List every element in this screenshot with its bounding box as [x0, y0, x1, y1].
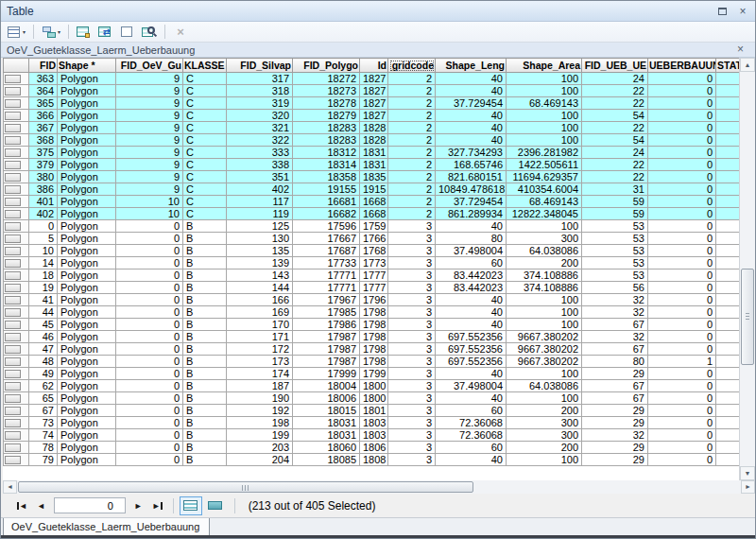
table-cell[interactable]: 0	[648, 343, 716, 356]
table-cell[interactable]: 2	[388, 73, 436, 85]
table-cell[interactable]: 173	[227, 356, 293, 368]
table-cell[interactable]	[716, 454, 740, 466]
table-cell[interactable]: Polygon	[58, 171, 116, 183]
table-cell[interactable]: 1773	[360, 257, 388, 270]
table-cell[interactable]: C	[183, 208, 227, 220]
row-selector[interactable]	[4, 405, 29, 417]
table-cell[interactable]: 2	[388, 196, 436, 208]
table-cell[interactable]: 1831	[360, 159, 388, 171]
table-cell[interactable]: 364	[29, 85, 58, 97]
table-cell[interactable]: 1803	[360, 417, 388, 429]
row-selector[interactable]	[4, 257, 29, 270]
table-cell[interactable]: 9	[116, 147, 183, 159]
table-cell[interactable]: Polygon	[58, 159, 116, 171]
table-cell[interactable]: 401	[29, 196, 58, 208]
clear-selection-button[interactable]	[118, 24, 137, 41]
table-cell[interactable]: 9	[116, 97, 183, 110]
table-cell[interactable]	[716, 171, 740, 183]
row-selector[interactable]	[4, 73, 29, 85]
table-cell[interactable]: 300	[507, 417, 582, 429]
column-header-fid[interactable]: FID	[29, 59, 58, 73]
table-cell[interactable]: 18085	[293, 454, 360, 466]
row-selector[interactable]	[4, 417, 29, 429]
table-cell[interactable]: 0	[116, 429, 183, 442]
row-selector-button[interactable]	[5, 333, 21, 341]
table-cell[interactable]	[716, 356, 740, 368]
table-cell[interactable]: 402	[29, 208, 58, 220]
table-cell[interactable]: 2	[388, 183, 436, 196]
table-cell[interactable]: 117	[227, 196, 293, 208]
table-cell[interactable]: 22	[582, 171, 648, 183]
table-cell[interactable]: 40	[436, 392, 507, 405]
table-cell[interactable]: 0	[648, 429, 716, 442]
table-cell[interactable]: 18	[29, 270, 58, 282]
table-cell[interactable]: 1828	[360, 122, 388, 134]
horizontal-scrollbar[interactable]: ◄ ►	[3, 480, 755, 494]
table-cell[interactable]: 1828	[360, 134, 388, 147]
table-cell[interactable]: Polygon	[58, 282, 116, 294]
table-cell[interactable]: 1801	[360, 405, 388, 417]
table-cell[interactable]	[716, 183, 740, 196]
row-selector[interactable]	[4, 220, 29, 233]
table-cell[interactable]: 67	[29, 405, 58, 417]
table-cell[interactable]: C	[183, 110, 227, 122]
table-cell[interactable]: 3	[388, 380, 436, 392]
table-cell[interactable]: B	[183, 319, 227, 331]
table-cell[interactable]: Polygon	[58, 442, 116, 454]
table-cell[interactable]	[716, 380, 740, 392]
table-cell[interactable]: 16682	[293, 208, 360, 220]
table-cell[interactable]: 2	[388, 85, 436, 97]
row-selector[interactable]	[4, 356, 29, 368]
row-selector[interactable]	[4, 159, 29, 171]
table-cell[interactable]: 24	[582, 147, 648, 159]
table-cell[interactable]: 410354.6004	[507, 183, 582, 196]
table-cell[interactable]: 2	[388, 134, 436, 147]
table-cell[interactable]: 68.469143	[507, 97, 582, 110]
table-cell[interactable]: Polygon	[58, 147, 116, 159]
table-cell[interactable]: 9	[116, 134, 183, 147]
table-cell[interactable]: 0	[648, 233, 716, 245]
table-cell[interactable]: 37.729454	[436, 196, 507, 208]
table-cell[interactable]: 18060	[293, 442, 360, 454]
table-cell[interactable]: 17596	[293, 220, 360, 233]
table-cell[interactable]: 40	[436, 122, 507, 134]
table-cell[interactable]: 40	[436, 73, 507, 85]
table-cell[interactable]: 32	[582, 331, 648, 343]
table-cell[interactable]	[716, 343, 740, 356]
table-cell[interactable]: 0	[116, 245, 183, 257]
row-selector[interactable]	[4, 270, 29, 282]
table-cell[interactable]: 18273	[293, 85, 360, 97]
table-cell[interactable]: B	[183, 380, 227, 392]
table-cell[interactable]: 72.36068	[436, 429, 507, 442]
table-cell[interactable]: B	[183, 331, 227, 343]
table-cell[interactable]: B	[183, 405, 227, 417]
table-cell[interactable]: 0	[648, 294, 716, 306]
table-cell[interactable]: 18272	[293, 73, 360, 85]
table-cell[interactable]: 2	[388, 171, 436, 183]
row-selector[interactable]	[4, 392, 29, 405]
table-cell[interactable]: C	[183, 122, 227, 134]
table-cell[interactable]: 3	[388, 245, 436, 257]
table-cell[interactable]: 1808	[360, 454, 388, 466]
table-cell[interactable]: 0	[648, 454, 716, 466]
table-cell[interactable]: 100	[507, 220, 582, 233]
table-cell[interactable]: 40	[436, 85, 507, 97]
column-header-selector[interactable]	[4, 59, 29, 73]
table-cell[interactable]: 100	[507, 306, 582, 319]
table-cell[interactable]: 100	[507, 392, 582, 405]
table-cell[interactable]: 100	[507, 319, 582, 331]
table-cell[interactable]	[716, 233, 740, 245]
table-cell[interactable]: 198	[227, 417, 293, 429]
table-cell[interactable]: 0	[648, 442, 716, 454]
table-cell[interactable]	[716, 294, 740, 306]
table-cell[interactable]: B	[183, 454, 227, 466]
table-cell[interactable]: Polygon	[58, 257, 116, 270]
table-cell[interactable]: 53	[582, 233, 648, 245]
table-cell[interactable]: 0	[29, 220, 58, 233]
table-cell[interactable]: 9	[116, 159, 183, 171]
table-cell[interactable]: 17771	[293, 270, 360, 282]
table-cell[interactable]: 18312	[293, 147, 360, 159]
table-cell[interactable]: 144	[227, 282, 293, 294]
table-cell[interactable]: 9667.380202	[507, 356, 582, 368]
table-cell[interactable]: 0	[648, 270, 716, 282]
